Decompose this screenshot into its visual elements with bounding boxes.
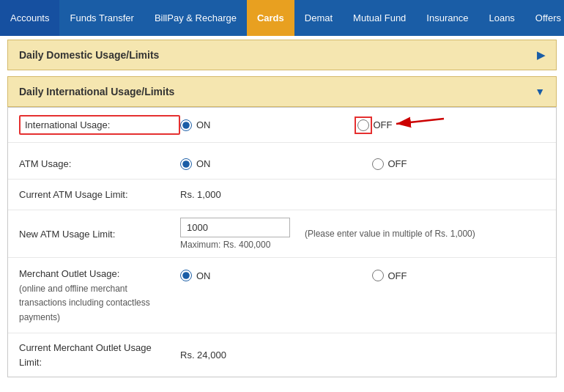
international-usage-off-option[interactable]: OFF — [357, 119, 393, 131]
daily-domestic-section: Daily Domestic Usage/Limits ▶ — [7, 40, 557, 70]
atm-usage-on-label: ON — [196, 158, 211, 169]
international-usage-on-label: ON — [196, 119, 211, 130]
merchant-usage-radio-group: ON OFF — [180, 267, 545, 281]
page-content: Daily Domestic Usage/Limits ▶ Daily Inte… — [0, 36, 564, 387]
new-atm-limit-input-wrapper: Maximum: Rs. 400,000 — [180, 218, 290, 250]
collapse-domestic-icon: ▶ — [537, 49, 545, 61]
international-usage-on-option[interactable]: ON — [180, 119, 211, 131]
merchant-usage-off-option[interactable]: OFF — [372, 270, 407, 281]
atm-usage-off-option[interactable]: OFF — [372, 158, 407, 170]
international-usage-label: International Usage: — [19, 115, 180, 135]
international-content: International Usage: ON OFF — [7, 107, 557, 377]
merchant-usage-label-text: Merchant Outlet Usage:(online and offlin… — [19, 268, 150, 322]
nav-demat[interactable]: Demat — [294, 0, 343, 36]
merchant-usage-on-option[interactable]: ON — [180, 270, 211, 281]
merchant-usage-row: Merchant Outlet Usage:(online and offlin… — [8, 258, 556, 333]
daily-domestic-header[interactable]: Daily Domestic Usage/Limits ▶ — [7, 40, 557, 70]
international-usage-off-label: OFF — [374, 119, 393, 130]
collapse-international-icon: ▼ — [535, 86, 545, 97]
atm-usage-row: ATM Usage: ON OFF — [8, 149, 556, 180]
international-usage-row: International Usage: ON OFF — [8, 108, 556, 143]
new-atm-limit-label: New ATM Usage Limit: — [19, 229, 180, 240]
spacer-row — [8, 143, 556, 149]
current-atm-limit-value: Rs. 1,000 — [180, 189, 221, 200]
current-atm-limit-label: Current ATM Usage Limit: — [19, 189, 180, 200]
nav-insurance[interactable]: Insurance — [416, 0, 478, 36]
nav-funds-transfer[interactable]: Funds Transfer — [59, 0, 144, 36]
navigation-bar: Accounts Funds Transfer BillPay & Rechar… — [0, 0, 564, 36]
new-atm-limit-row: New ATM Usage Limit: Maximum: Rs. 400,00… — [8, 210, 556, 258]
international-usage-on-radio[interactable] — [180, 119, 192, 131]
merchant-usage-on-label: ON — [196, 270, 211, 281]
current-atm-limit-row: Current ATM Usage Limit: Rs. 1,000 — [8, 180, 556, 210]
current-merchant-limit-label: Current Merchant Outlet UsageLimit: — [19, 341, 180, 369]
atm-usage-radio-group: ON OFF — [180, 158, 545, 170]
nav-offers[interactable]: Offers — [525, 0, 564, 36]
atm-usage-off-label: OFF — [388, 158, 407, 169]
merchant-usage-label: Merchant Outlet Usage:(online and offlin… — [19, 267, 180, 324]
nav-accounts[interactable]: Accounts — [0, 0, 59, 36]
merchant-usage-off-label: OFF — [388, 270, 407, 281]
atm-usage-on-radio[interactable] — [180, 158, 192, 170]
nav-billpay[interactable]: BillPay & Recharge — [144, 0, 247, 36]
atm-usage-label: ATM Usage: — [19, 158, 180, 169]
nav-cards[interactable]: Cards — [247, 0, 294, 36]
current-merchant-limit-value: Rs. 24,000 — [180, 350, 226, 360]
nav-mutual-fund[interactable]: Mutual Fund — [343, 0, 416, 36]
daily-international-section: Daily International Usage/Limits ▼ Inter… — [7, 76, 557, 377]
atm-usage-on-option[interactable]: ON — [180, 158, 211, 170]
new-atm-limit-hint: Maximum: Rs. 400,000 — [180, 240, 290, 250]
new-atm-limit-note: (Please enter value in multiple of Rs. 1… — [305, 229, 475, 239]
merchant-usage-on-radio[interactable] — [180, 270, 192, 281]
daily-international-title: Daily International Usage/Limits — [19, 86, 174, 97]
atm-usage-off-radio[interactable] — [372, 158, 384, 170]
daily-domestic-title: Daily Domestic Usage/Limits — [19, 49, 159, 61]
international-usage-radio-group: ON OFF — [180, 119, 545, 131]
international-usage-off-radio[interactable] — [357, 119, 369, 131]
daily-international-header[interactable]: Daily International Usage/Limits ▼ — [7, 76, 557, 107]
current-merchant-limit-row: Current Merchant Outlet UsageLimit: Rs. … — [8, 333, 556, 377]
new-atm-limit-input[interactable] — [180, 218, 290, 237]
merchant-usage-off-radio[interactable] — [372, 270, 384, 281]
nav-loans[interactable]: Loans — [478, 0, 524, 36]
